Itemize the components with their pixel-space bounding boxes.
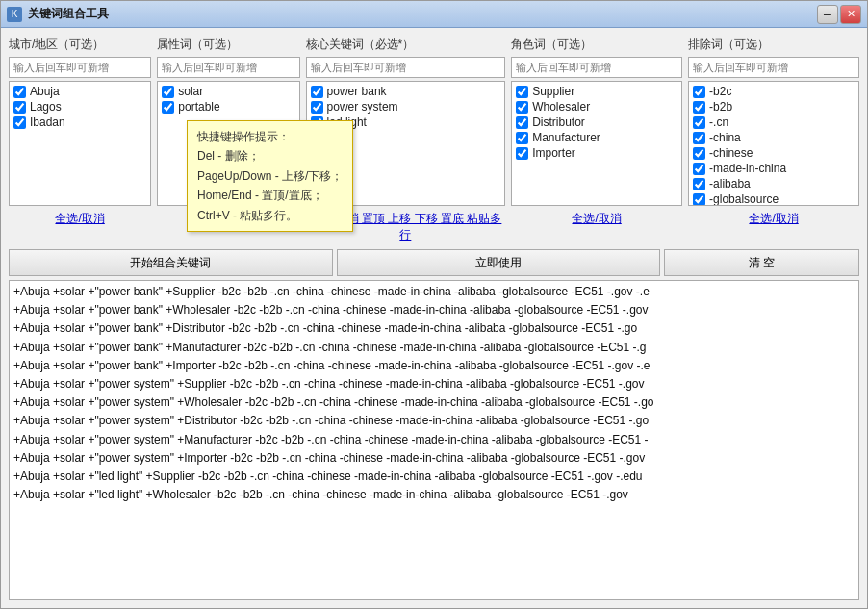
attr-select-all[interactable]: 全选/取消	[204, 211, 253, 227]
list-item-label: Ibadan	[30, 115, 65, 129]
list-item[interactable]: Supplier	[514, 84, 679, 99]
list-item-label: Lagos	[30, 100, 62, 114]
clear-button[interactable]: 清 空	[664, 249, 859, 276]
exclude-actions: 全选/取消	[688, 209, 859, 229]
list-item-checkbox[interactable]	[13, 86, 26, 98]
list-item-label: Distributor	[532, 115, 585, 129]
core-column: 核心关键词（必选*） power bankpower systemled lig…	[306, 36, 506, 245]
list-item[interactable]: -.cn	[691, 114, 856, 130]
list-item[interactable]: power bank	[309, 84, 503, 99]
role-column: 角色词（可选） SupplierWholesalerDistributorMan…	[511, 36, 682, 245]
output-line: +Abuja +solar +"power bank" +Supplier -b…	[13, 283, 855, 301]
list-item[interactable]: -alibaba	[691, 176, 856, 191]
output-line: +Abuja +solar +"power system" +Distribut…	[13, 412, 855, 430]
list-item-checkbox[interactable]	[693, 132, 705, 144]
output-line: +Abuja +solar +"power system" +Importer …	[13, 449, 855, 468]
attr-column: 属性词（可选） solarportable 全选/取消	[157, 36, 299, 245]
core-input[interactable]	[306, 57, 506, 78]
list-item[interactable]: portable	[160, 99, 296, 114]
city-select-all[interactable]: 全选/取消	[55, 211, 104, 227]
list-item-label: -alibaba	[709, 177, 751, 190]
list-item-checkbox[interactable]	[311, 86, 323, 98]
list-item-checkbox[interactable]	[693, 147, 705, 160]
list-item-checkbox[interactable]	[516, 147, 528, 160]
list-item[interactable]: -globalsource	[691, 191, 856, 206]
list-item-checkbox[interactable]	[516, 132, 528, 144]
list-item[interactable]: led light	[309, 114, 503, 130]
list-item[interactable]: Lagos	[12, 99, 148, 114]
list-item-checkbox[interactable]	[693, 101, 705, 114]
output-area[interactable]: +Abuja +solar +"power bank" +Supplier -b…	[9, 280, 859, 600]
list-item-label: Manufacturer	[532, 131, 600, 144]
list-item[interactable]: -chinese	[691, 145, 856, 161]
output-line: +Abuja +solar +"power system" +Supplier …	[13, 375, 855, 393]
city-label: 城市/地区（可选）	[9, 36, 151, 54]
role-label: 角色词（可选）	[511, 36, 682, 54]
list-item[interactable]: -china	[691, 130, 856, 145]
list-item[interactable]: Abuja	[12, 84, 148, 99]
attr-label: 属性词（可选）	[157, 36, 299, 54]
list-item[interactable]: Distributor	[514, 114, 679, 130]
title-buttons: ─ ✕	[817, 5, 861, 24]
list-item-checkbox[interactable]	[162, 86, 174, 98]
output-line: +Abuja +solar +"power bank" +Importer -b…	[13, 357, 855, 375]
exclude-select-all[interactable]: 全选/取消	[749, 211, 798, 227]
list-item-label: -.cn	[709, 115, 728, 129]
list-item-checkbox[interactable]	[693, 163, 705, 175]
list-item[interactable]: Manufacturer	[514, 130, 679, 145]
list-item-checkbox[interactable]	[693, 193, 705, 206]
role-actions: 全选/取消	[511, 209, 682, 229]
list-item-label: Wholesaler	[532, 100, 590, 114]
list-item[interactable]: Importer	[514, 145, 679, 161]
list-item-label: Importer	[532, 146, 575, 160]
close-button[interactable]: ✕	[840, 5, 861, 24]
role-select-all[interactable]: 全选/取消	[572, 211, 621, 227]
output-line: +Abuja +solar +"power system" +Manufactu…	[13, 431, 855, 449]
list-item[interactable]: -b2c	[691, 84, 856, 99]
minimize-button[interactable]: ─	[817, 5, 838, 24]
list-item-checkbox[interactable]	[13, 101, 26, 114]
list-item-label: -made-in-china	[709, 162, 786, 175]
list-item[interactable]: Ibadan	[12, 114, 148, 130]
list-item-checkbox[interactable]	[311, 116, 323, 129]
output-line: +Abuja +solar +"led light" +Wholesaler -…	[13, 486, 855, 504]
list-item-label: Supplier	[532, 85, 574, 98]
start-button[interactable]: 开始组合关键词	[9, 249, 333, 276]
list-item-label: -chinese	[709, 146, 753, 160]
attr-input[interactable]	[157, 57, 299, 78]
attr-list: solarportable	[157, 81, 299, 206]
output-line: +Abuja +solar +"power bank" +Distributor…	[13, 319, 855, 338]
role-input[interactable]	[511, 57, 682, 78]
list-item-checkbox[interactable]	[693, 116, 705, 129]
output-line: +Abuja +solar +"power system" +Wholesale…	[13, 393, 855, 412]
output-line: +Abuja +solar +"power bank" +Wholesaler …	[13, 301, 855, 319]
exclude-label: 排除词（可选）	[688, 36, 859, 54]
list-item-checkbox[interactable]	[693, 178, 705, 190]
city-list: AbujaLagosIbadan	[9, 81, 151, 206]
list-item-checkbox[interactable]	[516, 101, 528, 114]
role-list: SupplierWholesalerDistributorManufacture…	[511, 81, 682, 206]
list-item-checkbox[interactable]	[162, 101, 174, 114]
list-item-label: Abuja	[30, 85, 60, 98]
list-item-checkbox[interactable]	[311, 101, 323, 114]
list-item-checkbox[interactable]	[13, 116, 26, 129]
list-item-label: led light	[327, 115, 367, 129]
use-button[interactable]: 立即使用	[337, 249, 661, 276]
list-item[interactable]: power system	[309, 99, 503, 114]
list-item-checkbox[interactable]	[516, 116, 528, 129]
exclude-input[interactable]	[688, 57, 859, 78]
core-select-all[interactable]: 全选/取消 置顶 上移 下移 置底 粘贴多行	[306, 211, 506, 243]
list-item[interactable]: solar	[160, 84, 296, 99]
list-item-label: -china	[709, 131, 741, 144]
toolbar: 开始组合关键词 立即使用 清 空	[9, 249, 859, 276]
list-item-label: power bank	[327, 85, 387, 98]
list-item-label: -b2b	[709, 100, 732, 114]
attr-actions: 全选/取消	[157, 209, 299, 229]
list-item-label: -globalsource	[709, 192, 779, 206]
list-item-checkbox[interactable]	[516, 86, 528, 98]
list-item[interactable]: Wholesaler	[514, 99, 679, 114]
list-item-checkbox[interactable]	[693, 86, 705, 98]
list-item[interactable]: -made-in-china	[691, 161, 856, 176]
list-item[interactable]: -b2b	[691, 99, 856, 114]
city-input[interactable]	[9, 57, 151, 78]
